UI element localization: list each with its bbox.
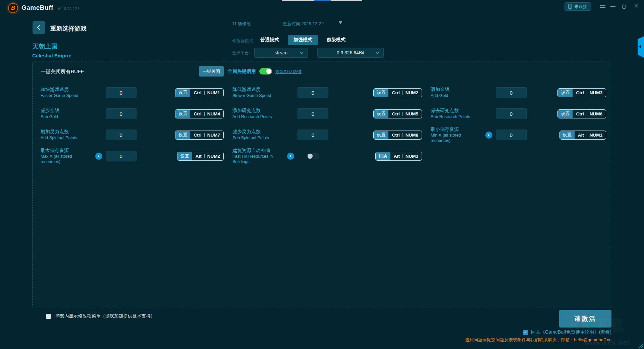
- hotkey-keys: Ctrl NUM6: [573, 110, 606, 118]
- cheat-name-en: Add Spiritual Points: [41, 136, 92, 141]
- hotkey-action-button[interactable]: 设置: [175, 131, 190, 139]
- hotkey-modifier: Ctrl: [194, 90, 201, 95]
- chevron-down-icon: [300, 51, 304, 54]
- kill-all-button[interactable]: 一键关闭: [199, 66, 224, 77]
- hotkey-action-button[interactable]: 设置: [558, 89, 573, 97]
- version-dropdown[interactable]: 0.9.326 64Bit: [317, 48, 384, 58]
- star-slot: ★: [283, 89, 298, 96]
- cheat-label: 最大储存资源 Max X (all stored resources): [41, 148, 92, 165]
- hotkey-key: NUM1: [207, 90, 220, 95]
- cheats-panel: 一键关闭所有BUFF 一键关闭 全局热键启用 恢复默认热键 加快游戏速度 Fas…: [32, 61, 611, 307]
- cheat-item: 减少灵力点数 Sub Spiritual Points ★ 设置 Ctrl NU…: [232, 124, 431, 145]
- maximize-restore-icon[interactable]: [622, 4, 628, 9]
- hotkey-key: NUM3: [590, 90, 602, 95]
- mode-tabs: 普通模式 加强模式 超级模式: [255, 35, 351, 45]
- hotkey-separator: [204, 91, 205, 95]
- hotkey-setter[interactable]: 设置 Ctrl NUM4: [175, 109, 224, 118]
- hotkey-setter[interactable]: 设置 Ctrl NUM6: [557, 109, 606, 118]
- cheat-label: 添加金钱 Add Gold: [431, 87, 482, 98]
- hotkey-keys: Alt NUM1: [575, 131, 606, 139]
- cheat-name-cn: 最小储存资源: [431, 127, 482, 133]
- agreement-checkbox[interactable]: ✓: [523, 330, 528, 335]
- cheat-toggle[interactable]: [307, 153, 319, 159]
- connection-status-button[interactable]: 未连接: [565, 2, 591, 11]
- cheat-name-en: Sub Research Points: [431, 114, 482, 120]
- cheat-value-input[interactable]: [298, 130, 328, 140]
- hotkey-action-button[interactable]: 设置: [175, 110, 190, 118]
- hotkey-separator: [587, 112, 587, 116]
- kill-all-row: 一键关闭所有BUFF 一键关闭 全局热键启用 恢复默认热键: [41, 66, 605, 77]
- cheat-label: 增加灵力点数 Add Spiritual Points: [41, 129, 92, 141]
- cheat-name-en: Sub Gold: [41, 114, 92, 120]
- hotkey-separator: [204, 133, 205, 137]
- hotkey-modifier: Ctrl: [576, 90, 584, 95]
- hotkey-keys: Ctrl NUM5: [388, 110, 422, 118]
- cheat-value-input[interactable]: [496, 108, 527, 119]
- star-slot: ★: [283, 132, 298, 139]
- hotkey-separator: [587, 133, 587, 137]
- resize-grip[interactable]: [638, 343, 643, 348]
- hotkey-action-button[interactable]: 设置: [175, 89, 190, 97]
- cheat-value-input[interactable]: [298, 108, 328, 119]
- hotkey-setter[interactable]: 设置 Ctrl NUM5: [373, 109, 422, 118]
- cheat-value-input[interactable]: [106, 108, 137, 119]
- close-icon[interactable]: ✕: [634, 3, 638, 8]
- platform-dropdown-value: steam: [275, 50, 287, 55]
- hotkey-setter[interactable]: 设置 Alt NUM2: [177, 152, 224, 161]
- favorite-heart-icon[interactable]: ♥: [339, 19, 342, 26]
- hotkey-setter[interactable]: 设置 Ctrl NUM1: [175, 88, 224, 97]
- hotkey-setter[interactable]: 设置 Ctrl NUM2: [373, 88, 422, 97]
- hotkey-action-button[interactable]: 切换: [376, 152, 390, 160]
- ingame-menu-checkbox[interactable]: [46, 314, 51, 319]
- cheat-name-cn: 增加灵力点数: [41, 129, 92, 135]
- hamburger-menu-icon[interactable]: [600, 4, 605, 4]
- cheat-name-en: Fast Fill Resources in Buildings: [232, 154, 283, 164]
- cheat-value-input[interactable]: [496, 130, 527, 140]
- global-hotkey-toggle[interactable]: [259, 68, 272, 74]
- hotkey-action-button[interactable]: 设置: [374, 110, 388, 118]
- side-panel-tab[interactable]: [638, 36, 644, 58]
- hotkey-setter[interactable]: 设置 Ctrl NUM3: [557, 88, 606, 97]
- hotkey-setter[interactable]: 设置 Alt NUM1: [559, 131, 606, 140]
- triangle-left-icon: [639, 45, 641, 48]
- cheat-name-en: Sub Spiritual Points: [232, 136, 283, 141]
- minimize-icon[interactable]: [610, 6, 615, 7]
- hotkey-setter[interactable]: 切换 Alt NUM3: [375, 152, 422, 161]
- cheat-value-input[interactable]: [106, 130, 137, 140]
- cheat-toggle-slot: [298, 153, 328, 159]
- hotkey-action-button[interactable]: 设置: [374, 89, 388, 97]
- hotkey-key: NUM2: [207, 154, 220, 159]
- cheat-name-cn: 减少金钱: [41, 108, 92, 114]
- back-button[interactable]: [33, 21, 45, 34]
- tab-enhanced-mode[interactable]: 加强模式: [288, 35, 318, 45]
- hotkey-keys: Ctrl NUM2: [388, 89, 422, 97]
- cheat-item: 增加灵力点数 Add Spiritual Points ★ 设置 Ctrl NU…: [41, 124, 232, 145]
- tab-super-mode[interactable]: 超级模式: [321, 35, 351, 45]
- cheat-value-input[interactable]: [298, 87, 328, 98]
- hotkey-modifier: Ctrl: [392, 90, 399, 95]
- hotkey-setter[interactable]: 设置 Ctrl NUM7: [175, 131, 224, 140]
- version-dropdown-value: 0.9.326 64Bit: [337, 50, 365, 55]
- hotkey-action-button[interactable]: 设置: [374, 131, 388, 139]
- cheat-value-input[interactable]: [106, 151, 137, 161]
- hotkey-action-button[interactable]: 设置: [558, 110, 573, 118]
- cheat-label: 建筑资源自动补满 Fast Fill Resources in Building…: [232, 148, 283, 165]
- game-title-en: Celestial Empire: [32, 53, 71, 58]
- restore-default-hotkeys-link[interactable]: 恢复默认热键: [275, 69, 302, 75]
- cheat-label: 加快游戏速度 Faster Game Speed: [41, 87, 92, 98]
- cheat-value-input[interactable]: [496, 87, 527, 98]
- hotkey-action-button[interactable]: 设置: [177, 152, 192, 160]
- global-hotkey-label: 全局热键启用: [228, 68, 256, 74]
- hotkey-keys: Alt NUM2: [192, 152, 223, 160]
- cheat-name-en: Add Gold: [431, 93, 482, 99]
- hotkey-setter[interactable]: 设置 Ctrl NUM8: [373, 131, 422, 140]
- hotkey-action-button[interactable]: 设置: [560, 131, 575, 139]
- gamebuff-logo-icon: B: [8, 3, 18, 13]
- cheat-value-input[interactable]: [106, 87, 137, 98]
- cheat-item: 添加金钱 Add Gold ★ 设置 Ctrl NUM3: [431, 82, 607, 103]
- platform-dropdown[interactable]: steam: [254, 48, 308, 58]
- mods-count: 11 项修改: [232, 21, 251, 27]
- top-progress-strip: [282, 0, 362, 1]
- hotkey-key: NUM8: [406, 133, 418, 138]
- tab-normal-mode[interactable]: 普通模式: [255, 35, 285, 45]
